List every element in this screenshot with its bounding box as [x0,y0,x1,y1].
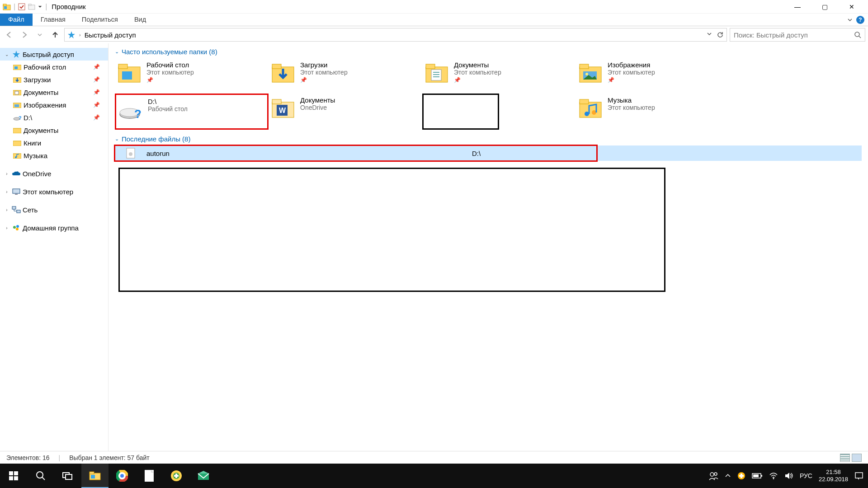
file-icon [115,148,146,159]
folder-name: Изображения [608,61,655,69]
folder-tile[interactable]: МузыкаЭтот компьютер [576,94,730,130]
svg-rect-89 [855,473,863,478]
taskbar-explorer[interactable] [81,464,108,488]
svg-rect-78 [174,475,179,477]
close-button[interactable]: ✕ [838,0,865,14]
chevron-right-icon[interactable]: › [4,225,10,230]
svg-marker-9 [13,51,20,58]
sidebar-item-label: Документы [24,89,58,96]
sidebar-item-pictures[interactable]: Изображения 📌 [0,99,108,111]
help-button[interactable]: ? [856,16,864,24]
svg-text:?: ? [134,107,142,120]
qat-dropdown-icon[interactable]: ⏷ [38,4,42,9]
chevron-right-icon[interactable]: › [4,189,10,194]
folder-tile[interactable]: ?D:\Рабочий стол [115,94,269,130]
content-pane: ⌄ Часто используемые папки (8) Рабочий с… [108,43,868,451]
folder-icon: ? [119,98,142,121]
properties-icon[interactable] [18,3,25,10]
desktop-icon [13,64,22,70]
maximize-button[interactable]: ▢ [811,0,838,14]
tray-battery-icon[interactable] [752,473,763,479]
task-view-button[interactable] [54,464,81,488]
folder-tile[interactable] [422,94,499,130]
section-header-folders[interactable]: ⌄ Часто используемые папки (8) [115,48,862,56]
up-button[interactable] [49,28,61,41]
folder-tile[interactable]: Рабочий столЭтот компьютер📌 [115,58,269,87]
sidebar-onedrive[interactable]: › OneDrive [0,167,108,180]
taskbar-360-icon[interactable] [163,464,190,488]
tray-language[interactable]: РУС [800,472,812,479]
sidebar-network[interactable]: › Сеть [0,203,108,216]
breadcrumb-root[interactable]: Быстрый доступ [85,31,136,39]
sidebar-item-drive-d[interactable]: ? D:\ 📌 [0,111,108,124]
chevron-right-icon[interactable]: › [4,207,10,212]
ribbon-collapse-icon[interactable] [847,17,853,23]
section-header-files[interactable]: ⌄ Последние файлы (8) [115,135,862,143]
sidebar-item-downloads[interactable]: Загрузки 📌 [0,73,108,86]
folder-tile[interactable]: ИзображенияЭтот компьютер📌 [576,58,730,87]
forward-button[interactable] [18,28,31,41]
taskbar-file-icon[interactable] [136,464,163,488]
pin-icon: 📌 [146,77,194,83]
ribbon-tab-view[interactable]: Вид [126,14,154,26]
sidebar-this-pc[interactable]: › Этот компьютер [0,185,108,198]
minimize-button[interactable]: — [784,0,811,14]
search-button[interactable] [27,464,54,488]
tray-volume-icon[interactable] [784,472,793,480]
svg-rect-53 [580,99,589,104]
taskbar-mail-icon[interactable] [190,464,217,488]
new-folder-icon[interactable] [28,3,35,10]
tray-wifi-icon[interactable] [769,472,778,479]
refresh-button[interactable] [717,31,724,38]
pin-icon: 📌 [454,77,501,83]
search-icon[interactable] [854,31,861,38]
ribbon-tab-share[interactable]: Поделиться [74,14,126,26]
documents-icon [13,89,22,95]
svg-rect-84 [739,475,744,477]
sidebar-homegroup[interactable]: › Домашняя группа [0,221,108,234]
search-box[interactable] [730,28,865,42]
back-button[interactable] [3,28,15,41]
tray-chevron-up-icon[interactable] [725,473,731,479]
ribbon-file-tab[interactable]: Файл [0,14,33,26]
breadcrumb-caret-icon[interactable]: › [79,32,81,38]
svg-rect-16 [14,104,19,107]
folder-tile[interactable]: WДокументыOneDrive [269,94,422,130]
sidebar-item-documents-recent[interactable]: Документы [0,124,108,136]
view-details-button[interactable] [840,454,850,462]
svg-rect-36 [426,64,435,69]
chevron-down-icon[interactable]: ⌄ [4,52,10,57]
tray-clock[interactable]: 21:58 22.09.2018 [819,469,848,483]
sidebar-item-desktop[interactable]: Рабочий стол 📌 [0,61,108,73]
sidebar-item-documents[interactable]: Документы 📌 [0,86,108,99]
view-large-icons-button[interactable] [852,454,862,462]
folder-tile[interactable]: ЗагрузкиЭтот компьютер📌 [269,58,422,87]
address-dropdown-icon[interactable] [707,31,712,38]
sidebar-item-books[interactable]: Книги [0,136,108,149]
svg-rect-11 [14,66,18,69]
recent-locations-button[interactable] [33,28,46,41]
ribbon-tab-home[interactable]: Главная [33,14,74,26]
folder-name: Документы [300,96,335,104]
status-bar: Элементов: 16 | Выбран 1 элемент: 57 бай… [0,451,868,464]
sidebar-quick-access[interactable]: ⌄ Быстрый доступ [0,48,108,61]
file-list: autorunD:\ [115,145,862,161]
tray-shield-icon[interactable] [737,472,745,480]
downloads-icon [13,76,22,83]
taskbar-chrome[interactable] [108,464,136,488]
svg-rect-25 [12,206,16,209]
folder-icon [579,61,602,84]
svg-point-29 [16,228,19,230]
svg-rect-2 [4,6,7,9]
svg-rect-65 [66,474,72,479]
folder-tile[interactable]: ДокументыЭтот компьютер📌 [422,58,576,87]
status-selection: Выбран 1 элемент: 57 байт [69,454,150,461]
start-button[interactable] [0,464,27,488]
tray-notifications-icon[interactable] [854,471,863,480]
chevron-right-icon[interactable]: › [4,171,10,176]
address-bar[interactable]: › Быстрый доступ [64,28,727,42]
sidebar-item-music[interactable]: Музыка [0,149,108,162]
search-input[interactable] [734,31,854,39]
file-row[interactable]: autorunD:\ [115,145,862,161]
people-icon[interactable] [708,471,718,481]
